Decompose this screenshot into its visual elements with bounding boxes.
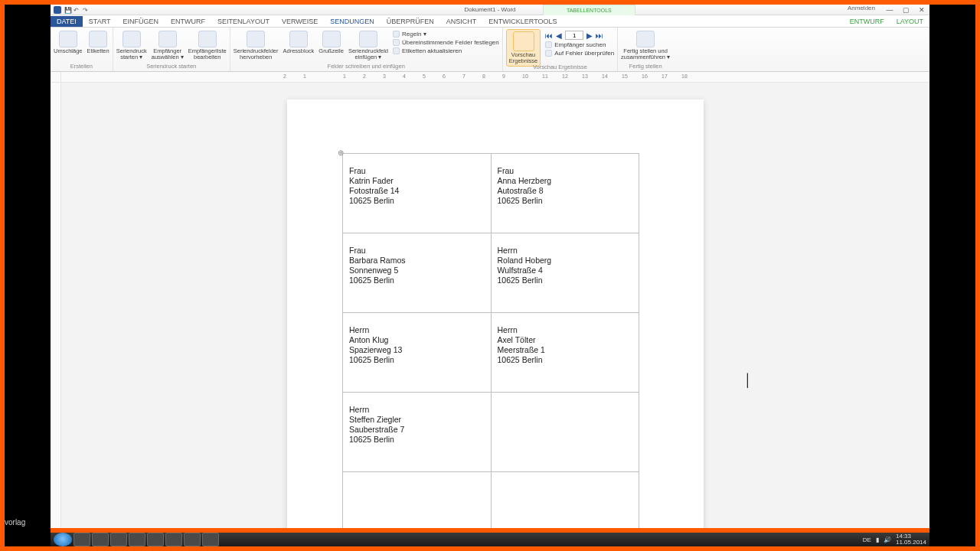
label-street: Wulfstraße 4 <box>498 266 632 276</box>
label-cell[interactable] <box>491 393 639 472</box>
update-labels-button[interactable]: Etiketten aktualisieren <box>393 47 499 54</box>
last-record-button[interactable]: ⏭ <box>596 31 603 40</box>
edit-recipients-button[interactable]: Empfängerliste bearbeiten <box>188 29 227 60</box>
start-button[interactable] <box>54 533 72 546</box>
ruler-tick: 2 <box>363 73 366 79</box>
tab-mailings[interactable]: SENDUNGEN <box>324 16 381 27</box>
ruler-bar: 21123456789101112131415161718 <box>51 72 929 83</box>
tab-review[interactable]: ÜBERPRÜFEN <box>381 16 440 27</box>
tab-pagelayout[interactable]: SEITENLAYOUT <box>211 16 276 27</box>
ruler-tick: 14 <box>602 73 608 79</box>
ruler-tick: 9 <box>502 73 505 79</box>
group-finish-label: Fertig stellen <box>621 62 670 71</box>
word-window: 💾 ↶ ↷ TABELLENTOOLS Dokument1 - Word Anm… <box>51 5 929 546</box>
taskbar-item[interactable] <box>165 533 182 546</box>
taskbar-item[interactable] <box>184 533 201 546</box>
document-area[interactable]: ⊕ FrauKatrin FaderFotostraße 1410625 Ber… <box>61 83 929 536</box>
taskbar-item[interactable] <box>202 533 219 546</box>
label-cell[interactable]: FrauAnna HerzbergAutostraße 810625 Berli… <box>491 154 639 233</box>
vertical-ruler[interactable] <box>51 83 61 536</box>
tray-date[interactable]: 11.05.2014 <box>896 539 926 546</box>
ruler-tick: 12 <box>562 73 568 79</box>
taskbar-item[interactable] <box>110 533 127 546</box>
next-record-button[interactable]: ▶ <box>586 31 593 40</box>
preview-results-button[interactable]: Vorschau Ergebnisse <box>506 29 541 67</box>
label-cell[interactable]: HerrnSteffen ZieglerSauberstraße 710625 … <box>343 393 492 472</box>
tab-table-layout[interactable]: LAYOUT <box>890 16 929 27</box>
tab-insert[interactable]: EINFÜGEN <box>117 16 165 27</box>
tray-net-icon[interactable]: ▮ <box>876 536 879 543</box>
label-city: 10625 Berlin <box>349 276 485 285</box>
label-street: Fotostraße 14 <box>349 186 485 196</box>
taskbar-item[interactable] <box>129 533 145 546</box>
taskbar-item[interactable] <box>92 533 109 546</box>
rules-button[interactable]: Regeln ▾ <box>393 31 499 37</box>
ruler-tick: 18 <box>681 73 688 79</box>
first-record-button[interactable]: ⏮ <box>545 31 553 40</box>
ruler-tick: 7 <box>462 73 466 79</box>
ruler-tick: 5 <box>423 73 426 79</box>
record-number-input[interactable] <box>565 31 583 40</box>
start-mailmerge-button[interactable]: Seriendruck starten ▾ <box>116 29 147 60</box>
check-errors-button[interactable]: Auf Fehler überprüfen <box>545 50 614 57</box>
label-name: Barbara Ramos <box>349 256 485 266</box>
qat-save-icon[interactable]: 💾 <box>64 7 70 13</box>
ruler-tick: 4 <box>403 73 406 79</box>
label-salutation: Herrn <box>498 246 632 256</box>
label-cell[interactable]: FrauKatrin FaderFotostraße 1410625 Berli… <box>343 154 492 233</box>
address-block-button[interactable]: Adressblock <box>283 29 315 54</box>
ruler-tick: 16 <box>642 73 648 79</box>
highlight-fields-button[interactable]: Seriendruckfelder hervorheben <box>234 29 279 60</box>
qat-undo-icon[interactable]: ↶ <box>74 7 80 13</box>
insert-merge-field-button[interactable]: Seriendruckfeld einfügen ▾ <box>348 29 388 60</box>
label-cell[interactable] <box>343 472 492 536</box>
taskbar-item[interactable] <box>147 533 164 546</box>
ruler-tick: 6 <box>443 73 446 79</box>
table-anchor-icon[interactable]: ⊕ <box>338 148 344 157</box>
label-name: Anna Herzberg <box>498 176 632 186</box>
greeting-line-button[interactable]: Grußzeile <box>318 29 344 54</box>
prev-record-button[interactable]: ◀ <box>556 31 562 40</box>
signin-link[interactable]: Anmelden <box>848 5 875 15</box>
maximize-button[interactable]: ▢ <box>898 5 913 15</box>
group-create-label: Erstellen <box>54 62 109 71</box>
tab-start[interactable]: START <box>83 16 117 27</box>
labels-table[interactable]: FrauKatrin FaderFotostraße 1410625 Berli… <box>342 153 639 536</box>
label-cell[interactable]: HerrnRoland HobergWulfstraße 410625 Berl… <box>491 233 639 313</box>
label-cell[interactable]: HerrnAxel TölterMeerstraße 110625 Berlin <box>491 313 639 393</box>
finish-merge-button[interactable]: Fertig stellen und zusammenführen ▾ <box>621 29 670 60</box>
label-cell[interactable] <box>491 472 639 536</box>
label-street: Sonnenweg 5 <box>349 266 485 276</box>
label-name: Katrin Fader <box>349 176 485 186</box>
tab-design[interactable]: ENTWURF <box>165 16 211 27</box>
minimize-button[interactable]: — <box>882 5 897 15</box>
label-name: Roland Hoberg <box>498 256 632 266</box>
label-name: Axel Tölter <box>498 335 632 345</box>
tab-developer[interactable]: ENTWICKLERTOOLS <box>482 16 563 27</box>
tab-references[interactable]: VERWEISE <box>276 16 324 27</box>
taskbar-item[interactable] <box>74 533 90 546</box>
select-recipients-button[interactable]: Empfänger auswählen ▾ <box>152 29 184 60</box>
label-city: 10625 Berlin <box>349 355 485 365</box>
label-street: Autostraße 8 <box>498 186 632 196</box>
ruler-tick: 15 <box>622 73 628 79</box>
label-salutation: Frau <box>498 166 632 176</box>
qat-redo-icon[interactable]: ↷ <box>83 7 89 13</box>
text-cursor: │ <box>744 373 752 387</box>
close-button[interactable]: ✕ <box>914 5 929 15</box>
match-fields-button[interactable]: Übereinstimmende Felder festlegen <box>393 39 499 46</box>
label-cell[interactable]: HerrnAnton KlugSpazierweg 1310625 Berlin <box>343 313 492 393</box>
ruler-tick: 8 <box>482 73 485 79</box>
label-street: Meerstraße 1 <box>498 345 632 355</box>
tab-table-design[interactable]: ENTWURF <box>844 16 890 27</box>
tab-view[interactable]: ANSICHT <box>440 16 483 27</box>
labels-button[interactable]: Etiketten <box>87 29 109 54</box>
find-recipient-button[interactable]: Empfänger suchen <box>545 41 614 48</box>
ruler-tick: 1 <box>303 73 306 79</box>
envelopes-button[interactable]: Umschläge <box>54 29 83 54</box>
horizontal-ruler[interactable]: 21123456789101112131415161718 <box>61 72 929 82</box>
tab-file[interactable]: DATEI <box>51 16 83 27</box>
tray-vol-icon[interactable]: 🔊 <box>884 536 891 543</box>
label-cell[interactable]: FrauBarbara RamosSonnenweg 510625 Berlin <box>343 233 492 313</box>
tray-lang[interactable]: DE <box>863 536 871 543</box>
